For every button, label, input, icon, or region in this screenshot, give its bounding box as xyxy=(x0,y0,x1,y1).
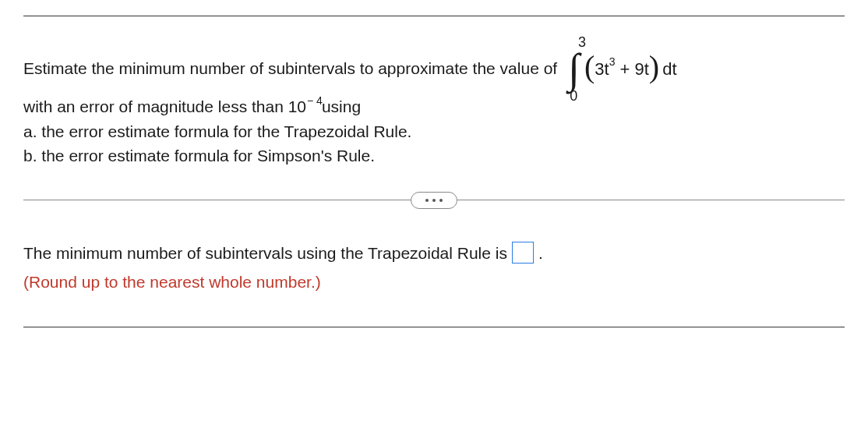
error-magnitude-exponent: − 4 xyxy=(307,93,323,109)
answer-period: . xyxy=(538,240,543,267)
error-magnitude-text: with an error of magnitude less than 10 xyxy=(23,94,306,119)
expand-button[interactable] xyxy=(411,192,457,209)
right-paren: ) xyxy=(649,51,659,83)
problem-intro: Estimate the minimum number of subinterv… xyxy=(23,56,557,81)
using-text: using xyxy=(322,94,361,119)
answer-prompt: The minimum number of subintervals using… xyxy=(23,240,507,267)
part-a: a. the error estimate formula for the Tr… xyxy=(23,119,845,144)
differential: dt xyxy=(662,56,676,82)
integrand-term2: + 9t xyxy=(615,59,648,79)
bottom-rule xyxy=(23,327,845,327)
rounding-hint: (Round up to the nearest whole number.) xyxy=(23,269,845,295)
expand-divider xyxy=(23,192,845,209)
integrand-exp: 3 xyxy=(609,55,616,68)
divider-line-right xyxy=(457,200,845,200)
integral-symbol: 3 ∫ 0 xyxy=(568,48,580,90)
divider-line-left xyxy=(23,200,411,200)
answer-section: The minimum number of subintervals using… xyxy=(23,240,845,295)
integrand: 3t3 + 9t xyxy=(595,56,649,82)
integral-expression: 3 ∫ 0 ( 3t3 + 9t ) dt xyxy=(568,48,676,90)
answer-input[interactable] xyxy=(512,242,534,264)
integral-lower-limit: 0 xyxy=(570,86,577,107)
left-paren: ( xyxy=(584,51,595,83)
top-rule xyxy=(23,16,845,16)
dot-icon xyxy=(439,199,443,202)
problem-statement: Estimate the minimum number of subinterv… xyxy=(23,48,845,168)
integral-sign-icon: ∫ xyxy=(568,48,580,90)
dot-icon xyxy=(432,199,436,202)
dot-icon xyxy=(425,199,429,202)
part-b: b. the error estimate formula for Simpso… xyxy=(23,143,845,168)
integrand-term1: 3t xyxy=(595,59,609,79)
